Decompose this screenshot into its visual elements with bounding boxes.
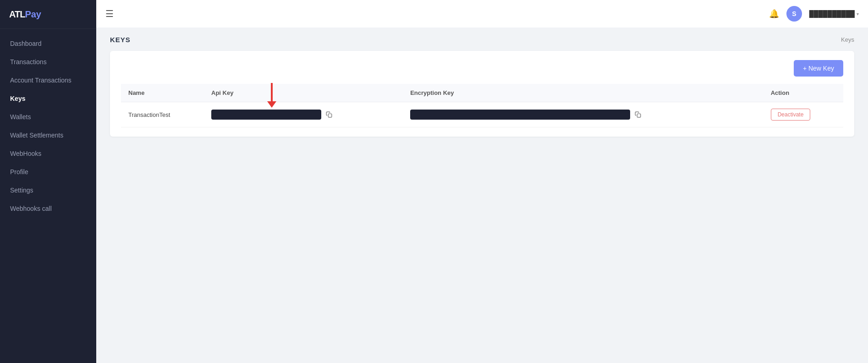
sidebar-item-dashboard[interactable]: Dashboard <box>0 34 96 53</box>
api-key-masked <box>211 110 321 120</box>
sidebar-item-wallets[interactable]: Wallets <box>0 108 96 126</box>
content-area: + New Key Name Api Key Encryption Key Ac… <box>110 51 854 137</box>
avatar: S <box>786 6 802 22</box>
sidebar-nav: Dashboard Transactions Account Transacti… <box>0 29 96 223</box>
row-api-key <box>204 102 403 127</box>
toolbar: + New Key <box>121 60 843 77</box>
copy-encryption-key-icon[interactable] <box>635 111 641 118</box>
new-key-button[interactable]: + New Key <box>794 60 843 77</box>
topbar: ☰ 🔔 S ██████████ ▾ <box>96 0 868 28</box>
sidebar-item-webhooks-call[interactable]: Webhooks call <box>0 199 96 218</box>
keys-table: Name Api Key Encryption Key Action Trans… <box>121 84 843 127</box>
api-key-wrapper <box>211 110 332 120</box>
sidebar-item-transactions[interactable]: Transactions <box>0 53 96 71</box>
sidebar: ATL Pay Dashboard Transactions Account T… <box>0 0 96 363</box>
page-header: KEYS Keys <box>96 28 868 44</box>
table-row: TransactionTest <box>121 102 843 127</box>
page-title: KEYS <box>110 36 131 44</box>
sidebar-item-keys[interactable]: Keys <box>0 89 96 108</box>
col-action: Action <box>764 84 843 102</box>
sidebar-item-webhooks[interactable]: WebHooks <box>0 144 96 163</box>
logo-pay: Pay <box>25 9 41 20</box>
logo-atl: ATL <box>9 8 25 20</box>
row-action: Deactivate <box>764 102 843 127</box>
bell-icon[interactable]: 🔔 <box>769 9 779 19</box>
user-name[interactable]: ██████████ ▾ <box>809 10 859 17</box>
svg-rect-1 <box>637 114 641 117</box>
col-api-key: Api Key <box>204 84 403 102</box>
encryption-key-masked <box>410 110 630 120</box>
sidebar-item-wallet-settlements[interactable]: Wallet Settlements <box>0 126 96 144</box>
topbar-right: 🔔 S ██████████ ▾ <box>769 6 859 22</box>
logo: ATL Pay <box>0 0 96 29</box>
user-name-text: ██████████ <box>809 10 855 17</box>
chevron-down-icon: ▾ <box>857 11 859 16</box>
main-area: ☰ 🔔 S ██████████ ▾ KEYS Keys + New Key N… <box>96 0 868 363</box>
breadcrumb: Keys <box>841 36 854 43</box>
svg-rect-0 <box>328 114 332 117</box>
copy-api-key-icon[interactable] <box>326 111 332 118</box>
sidebar-item-profile[interactable]: Profile <box>0 163 96 181</box>
row-encryption-key <box>403 102 764 127</box>
table-body: TransactionTest <box>121 102 843 127</box>
table-header: Name Api Key Encryption Key Action <box>121 84 843 102</box>
col-encryption-key: Encryption Key <box>403 84 764 102</box>
deactivate-button[interactable]: Deactivate <box>771 109 811 121</box>
sidebar-item-settings[interactable]: Settings <box>0 181 96 199</box>
content: KEYS Keys + New Key Name Api Key Encrypt… <box>96 28 868 363</box>
hamburger-icon[interactable]: ☰ <box>105 8 114 19</box>
sidebar-item-account-transactions[interactable]: Account Transactions <box>0 71 96 89</box>
row-name: TransactionTest <box>121 102 204 127</box>
col-name: Name <box>121 84 204 102</box>
topbar-left: ☰ <box>105 8 114 19</box>
